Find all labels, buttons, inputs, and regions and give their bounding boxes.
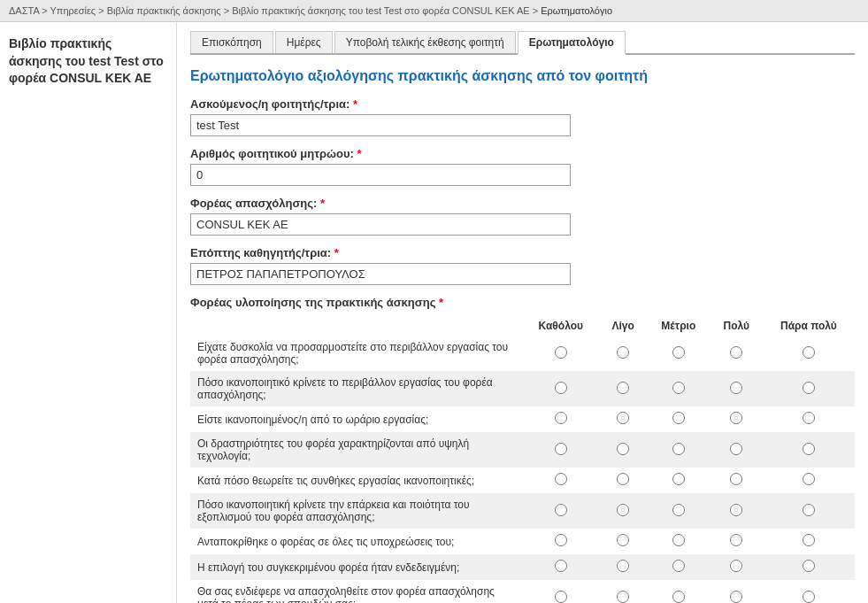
rating-radio[interactable]	[730, 560, 742, 572]
radio-cell[interactable]	[599, 529, 647, 554]
radio-cell[interactable]	[599, 493, 647, 529]
radio-cell[interactable]	[599, 432, 647, 468]
radio-cell[interactable]	[711, 371, 763, 406]
radio-cell[interactable]	[599, 336, 647, 371]
rating-radio[interactable]	[803, 560, 815, 572]
rating-radio[interactable]	[617, 346, 629, 359]
rating-radio[interactable]	[555, 534, 567, 546]
radio-cell[interactable]	[523, 371, 600, 406]
rating-radio[interactable]	[730, 504, 742, 516]
radio-cell[interactable]	[647, 468, 711, 493]
rating-radio[interactable]	[672, 591, 685, 603]
rating-radio[interactable]	[617, 560, 629, 572]
rating-radio[interactable]	[672, 504, 685, 516]
rating-radio[interactable]	[803, 473, 815, 485]
rating-radio[interactable]	[617, 443, 629, 455]
radio-cell[interactable]	[523, 493, 600, 529]
breadcrumb-book-detail[interactable]: Βιβλίο πρακτικής άσκησης του test Test σ…	[232, 5, 530, 16]
radio-cell[interactable]	[763, 493, 855, 529]
tab-episkopisi[interactable]: Επισκόπηση	[190, 31, 273, 53]
radio-cell[interactable]	[599, 371, 647, 406]
employer-input[interactable]	[190, 213, 571, 236]
radio-cell[interactable]	[711, 336, 763, 371]
rating-radio[interactable]	[803, 504, 815, 516]
rating-radio[interactable]	[730, 443, 742, 455]
rating-radio[interactable]	[730, 412, 742, 424]
radio-cell[interactable]	[647, 493, 711, 529]
rating-radio[interactable]	[672, 443, 685, 455]
rating-radio[interactable]	[803, 346, 815, 359]
rating-radio[interactable]	[672, 473, 685, 485]
radio-cell[interactable]	[763, 432, 855, 468]
rating-radio[interactable]	[730, 591, 742, 603]
rating-radio[interactable]	[672, 382, 685, 394]
rating-radio[interactable]	[555, 560, 567, 572]
radio-cell[interactable]	[763, 529, 855, 554]
radio-cell[interactable]	[763, 468, 855, 493]
rating-radio[interactable]	[803, 534, 815, 546]
rating-radio[interactable]	[617, 382, 629, 394]
rating-radio[interactable]	[672, 412, 685, 424]
radio-cell[interactable]	[711, 493, 763, 529]
radio-cell[interactable]	[647, 580, 711, 603]
radio-cell[interactable]	[523, 336, 600, 371]
rating-radio[interactable]	[555, 412, 567, 424]
radio-cell[interactable]	[599, 554, 647, 580]
radio-cell[interactable]	[711, 554, 763, 580]
rating-radio[interactable]	[617, 412, 629, 424]
rating-radio[interactable]	[555, 443, 567, 455]
rating-radio[interactable]	[672, 534, 685, 546]
radio-cell[interactable]	[599, 406, 647, 432]
rating-radio[interactable]	[555, 346, 567, 359]
radio-cell[interactable]	[711, 432, 763, 468]
radio-cell[interactable]	[523, 554, 600, 580]
tab-erotimatologio[interactable]: Ερωτηματολόγιο	[518, 31, 626, 55]
radio-cell[interactable]	[711, 580, 763, 603]
student-input[interactable]	[190, 114, 571, 136]
radio-cell[interactable]	[599, 468, 647, 493]
rating-radio[interactable]	[730, 382, 742, 394]
radio-cell[interactable]	[523, 529, 600, 554]
rating-radio[interactable]	[803, 382, 815, 394]
radio-cell[interactable]	[647, 406, 711, 432]
radio-cell[interactable]	[599, 580, 647, 603]
radio-cell[interactable]	[763, 336, 855, 371]
breadcrumb-services[interactable]: Υπηρεσίες	[50, 5, 96, 16]
rating-radio[interactable]	[672, 560, 685, 572]
rating-radio[interactable]	[730, 473, 742, 485]
student-id-input[interactable]	[190, 164, 571, 186]
radio-cell[interactable]	[523, 432, 600, 468]
breadcrumb-dasta[interactable]: ΔΑΣΤΑ	[9, 5, 39, 16]
radio-cell[interactable]	[523, 406, 600, 432]
rating-radio[interactable]	[803, 412, 815, 424]
radio-cell[interactable]	[647, 432, 711, 468]
tab-imeres[interactable]: Ημέρες	[275, 31, 333, 53]
radio-cell[interactable]	[711, 529, 763, 554]
radio-cell[interactable]	[523, 468, 600, 493]
rating-radio[interactable]	[672, 346, 685, 359]
supervisor-input[interactable]	[190, 263, 571, 285]
radio-cell[interactable]	[711, 406, 763, 432]
radio-cell[interactable]	[647, 529, 711, 554]
rating-radio[interactable]	[555, 382, 567, 394]
radio-cell[interactable]	[647, 554, 711, 580]
radio-cell[interactable]	[763, 406, 855, 432]
radio-cell[interactable]	[523, 580, 600, 603]
radio-cell[interactable]	[647, 336, 711, 371]
rating-radio[interactable]	[730, 346, 742, 359]
rating-radio[interactable]	[617, 534, 629, 546]
rating-radio[interactable]	[617, 473, 629, 485]
rating-radio[interactable]	[803, 591, 815, 603]
rating-radio[interactable]	[555, 473, 567, 485]
radio-cell[interactable]	[763, 371, 855, 406]
breadcrumb-books[interactable]: Βιβλία πρακτικής άσκησης	[107, 5, 221, 16]
rating-radio[interactable]	[730, 534, 742, 546]
rating-radio[interactable]	[555, 504, 567, 516]
radio-cell[interactable]	[647, 371, 711, 406]
radio-cell[interactable]	[763, 580, 855, 603]
radio-cell[interactable]	[711, 468, 763, 493]
rating-radio[interactable]	[617, 504, 629, 516]
rating-radio[interactable]	[555, 591, 567, 603]
tab-ypovolh[interactable]: Υποβολή τελικής έκθεσης φοιτητή	[334, 31, 516, 53]
rating-radio[interactable]	[617, 591, 629, 603]
